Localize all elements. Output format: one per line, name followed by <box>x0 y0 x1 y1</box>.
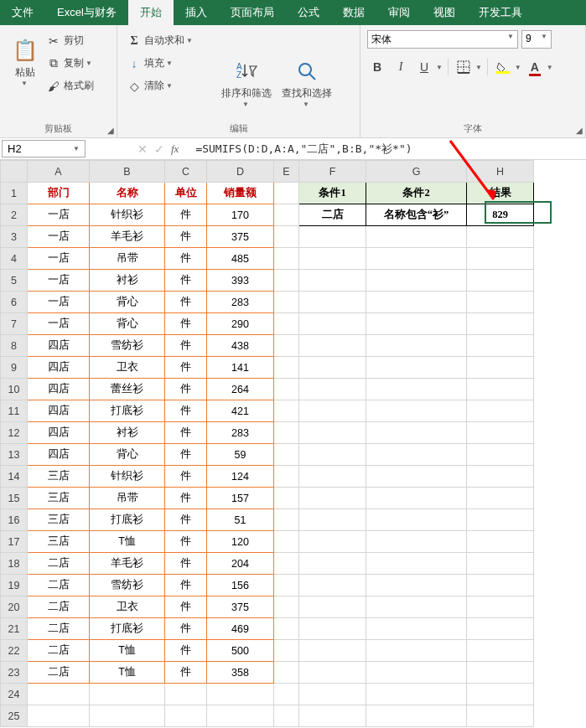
cell[interactable]: 雪纺衫 <box>90 335 165 357</box>
cell[interactable]: 背心 <box>90 292 165 313</box>
tab-review[interactable]: 审阅 <box>376 0 422 25</box>
cell[interactable]: 四店 <box>28 444 90 466</box>
cell[interactable] <box>299 335 366 357</box>
tab-formulas[interactable]: 公式 <box>286 0 331 25</box>
cell[interactable]: 421 <box>207 400 274 422</box>
sort-filter-button[interactable]: AZ 排序和筛选 ▼ <box>216 28 277 137</box>
cell[interactable]: 打底衫 <box>90 400 165 422</box>
cell[interactable] <box>366 335 467 357</box>
border-button[interactable] <box>454 57 474 77</box>
cell[interactable] <box>467 684 534 705</box>
cell[interactable]: 二店 <box>28 618 90 640</box>
cell[interactable]: 件 <box>165 444 207 466</box>
row-header[interactable]: 14 <box>1 466 28 488</box>
row-header[interactable]: 5 <box>1 270 28 292</box>
cell[interactable]: 二店 <box>299 204 366 226</box>
cell[interactable] <box>274 422 299 444</box>
cell[interactable]: 销量额 <box>207 183 274 204</box>
cell[interactable] <box>467 292 534 313</box>
cell[interactable]: 一店 <box>28 204 90 226</box>
cell[interactable]: 二店 <box>28 596 90 618</box>
cell[interactable]: 四店 <box>28 335 90 357</box>
cell[interactable] <box>299 575 366 596</box>
cell[interactable] <box>467 313 534 335</box>
cell[interactable] <box>299 684 366 705</box>
cell[interactable] <box>467 400 534 422</box>
cell[interactable] <box>299 640 366 662</box>
cell[interactable]: 393 <box>207 270 274 292</box>
cell[interactable] <box>366 596 467 618</box>
cell[interactable] <box>274 662 299 684</box>
cell[interactable]: 打底衫 <box>90 509 165 531</box>
cell[interactable]: 背心 <box>90 313 165 335</box>
cell[interactable] <box>274 226 299 248</box>
cell[interactable]: 51 <box>207 509 274 531</box>
cell[interactable] <box>366 531 467 553</box>
clear-button[interactable]: ◇清除▼ <box>124 77 216 95</box>
cell[interactable]: 件 <box>165 531 207 553</box>
cell[interactable] <box>299 270 366 292</box>
cell[interactable] <box>28 705 90 727</box>
cell[interactable] <box>165 684 207 705</box>
row-header[interactable]: 21 <box>1 618 28 640</box>
cell[interactable] <box>299 444 366 466</box>
cell[interactable]: 单位 <box>165 183 207 204</box>
cell[interactable] <box>299 400 366 422</box>
row-header[interactable]: 7 <box>1 313 28 335</box>
cell[interactable] <box>467 422 534 444</box>
cell[interactable] <box>467 444 534 466</box>
cell[interactable]: 485 <box>207 248 274 270</box>
row-header[interactable]: 16 <box>1 509 28 531</box>
fill-button[interactable]: ↓填充▼ <box>124 54 216 72</box>
row-header[interactable]: 1 <box>1 183 28 204</box>
cell[interactable] <box>467 248 534 270</box>
cancel-formula-icon[interactable]: ✕ <box>137 142 148 156</box>
cell[interactable] <box>274 204 299 226</box>
cell[interactable]: 290 <box>207 313 274 335</box>
cell[interactable] <box>366 444 467 466</box>
col-header[interactable]: H <box>467 161 534 183</box>
cell[interactable] <box>467 226 534 248</box>
col-header[interactable]: B <box>90 161 165 183</box>
cell[interactable] <box>274 357 299 379</box>
cell[interactable]: 四店 <box>28 400 90 422</box>
chevron-down-icon[interactable]: ▼ <box>547 64 553 71</box>
cell[interactable]: 件 <box>165 575 207 596</box>
col-header[interactable]: G <box>366 161 467 183</box>
cell[interactable]: 件 <box>165 400 207 422</box>
cell[interactable]: 四店 <box>28 357 90 379</box>
cell[interactable] <box>274 292 299 313</box>
cell[interactable] <box>366 575 467 596</box>
cell[interactable]: 二店 <box>28 575 90 596</box>
font-name-select[interactable]: 宋体▼ <box>367 30 518 49</box>
cell[interactable]: 卫衣 <box>90 357 165 379</box>
cell[interactable] <box>467 640 534 662</box>
cell[interactable] <box>299 248 366 270</box>
cell[interactable]: 件 <box>165 204 207 226</box>
row-header[interactable]: 24 <box>1 684 28 705</box>
cell[interactable] <box>467 270 534 292</box>
row-header[interactable]: 13 <box>1 444 28 466</box>
cell[interactable] <box>90 705 165 727</box>
italic-button[interactable]: I <box>391 57 411 77</box>
enter-formula-icon[interactable]: ✓ <box>154 142 164 156</box>
cell[interactable]: 375 <box>207 226 274 248</box>
cell[interactable] <box>467 662 534 684</box>
cell[interactable]: 469 <box>207 618 274 640</box>
cell[interactable]: 卫衣 <box>90 596 165 618</box>
cell[interactable] <box>299 466 366 488</box>
cell[interactable]: 件 <box>165 596 207 618</box>
cell[interactable] <box>467 596 534 618</box>
cell[interactable] <box>299 313 366 335</box>
cell[interactable]: 结果 <box>467 183 534 204</box>
cell[interactable] <box>274 684 299 705</box>
cell[interactable] <box>366 684 467 705</box>
cell[interactable] <box>299 357 366 379</box>
cell[interactable]: 件 <box>165 357 207 379</box>
col-header[interactable]: A <box>28 161 90 183</box>
cell[interactable] <box>274 705 299 727</box>
cell[interactable]: 四店 <box>28 422 90 444</box>
row-header[interactable]: 23 <box>1 662 28 684</box>
cell[interactable]: 157 <box>207 488 274 509</box>
cell[interactable]: 蕾丝衫 <box>90 379 165 400</box>
